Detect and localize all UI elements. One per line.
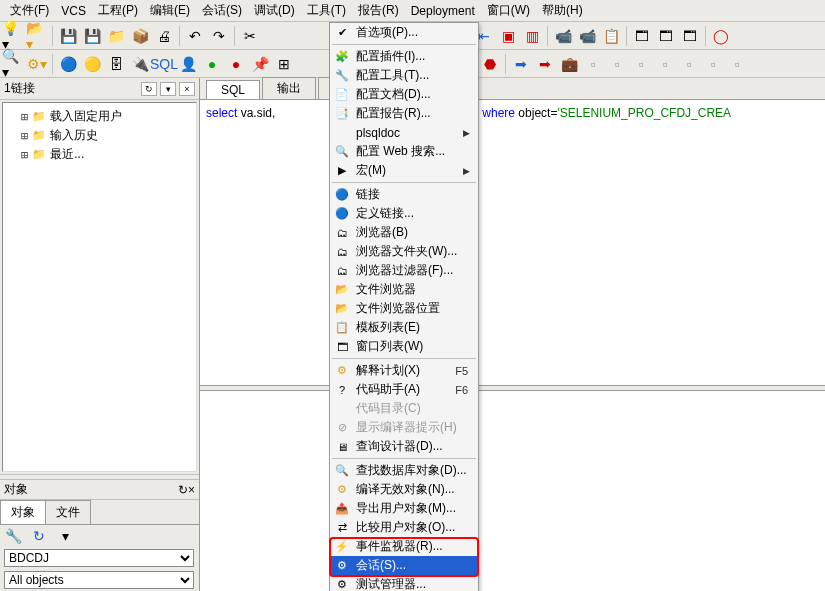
menu-macro[interactable]: ▶宏(M)▶ [330,161,478,180]
menu-plsqldoc[interactable]: plsqldoc▶ [330,123,478,142]
win1-icon[interactable]: 🗔 [631,25,653,47]
obj-close-icon[interactable]: × [188,483,195,497]
arr2-icon[interactable]: ➡ [534,53,556,75]
oracle-icon[interactable]: ◯ [710,25,732,47]
dropdown-icon[interactable]: ▾ [160,82,176,96]
close-icon[interactable]: × [179,82,195,96]
menu-querydesigner[interactable]: 🖥查询设计器(D)... [330,437,478,456]
menu-tools-cfg[interactable]: 🔧配置工具(T)... [330,66,478,85]
win2-icon[interactable]: 🗔 [655,25,677,47]
menu-vcs[interactable]: VCS [55,2,92,20]
menu-reports[interactable]: 报告(R) [352,0,405,21]
stop-icon[interactable]: ⬣ [479,53,501,75]
menu-reports-cfg[interactable]: 📑配置报告(R)... [330,104,478,123]
menu-file[interactable]: 文件(F) [4,0,55,21]
grid-icon[interactable]: ⊞ [273,53,295,75]
d3-icon[interactable]: ▫ [630,53,652,75]
connection-tree[interactable]: ⊞📁载入固定用户 ⊞📁输入历史 ⊞📁最近... [2,102,197,472]
tree-item[interactable]: ⊞📁最近... [7,145,192,164]
menu-project[interactable]: 工程(P) [92,0,144,21]
menu-windows[interactable]: 🗔窗口列表(W) [330,337,478,356]
run1-icon[interactable]: 🔵 [57,53,79,75]
brief-icon[interactable]: 💼 [558,53,580,75]
print-icon[interactable]: 🖨 [153,25,175,47]
open-icon[interactable]: 📂▾ [26,25,48,47]
run2-icon[interactable]: 🟡 [81,53,103,75]
d2-icon[interactable]: ▫ [606,53,628,75]
disc2-icon[interactable]: ● [225,53,247,75]
menu-websearch[interactable]: 🔍配置 Web 搜索... [330,142,478,161]
filter-select[interactable]: All objects [4,571,194,589]
d5-icon[interactable]: ▫ [678,53,700,75]
menu-help[interactable]: 帮助(H) [536,0,589,21]
menu-deployment[interactable]: Deployment [405,2,481,20]
menu-codehelper[interactable]: ?代码助手(A)F6 [330,380,478,399]
tab-sql[interactable]: SQL [206,80,260,99]
disc1-icon[interactable]: ● [201,53,223,75]
menu-sessions[interactable]: ⚙会话(S)... [330,556,478,575]
schema-select[interactable]: BDCDJ [4,549,194,567]
menu-explain[interactable]: ⚙解释计划(X)F5 [330,361,478,380]
search-icon[interactable]: 🔍▾ [2,53,24,75]
menu-browserdir[interactable]: 🗂浏览器文件夹(W)... [330,242,478,261]
menu-window[interactable]: 窗口(W) [481,0,536,21]
menubar: 文件(F) VCS 工程(P) 编辑(E) 会话(S) 调试(D) 工具(T) … [0,0,825,22]
cut-icon[interactable]: ✂ [239,25,261,47]
lightbulb-icon[interactable]: 💡▾ [2,25,24,47]
user-icon[interactable]: 👤 [177,53,199,75]
menu-compileinvalid[interactable]: ⚙编译无效对象(N)... [330,480,478,499]
obj-refresh-icon[interactable]: ↻ [178,483,188,497]
tree-item[interactable]: ⊞📁载入固定用户 [7,107,192,126]
saveall-icon[interactable]: 💾 [81,25,103,47]
menu-testman[interactable]: ⚙测试管理器... [330,575,478,591]
d4-icon[interactable]: ▫ [654,53,676,75]
d7-icon[interactable]: ▫ [726,53,748,75]
tree-icon[interactable]: ▾ [54,525,76,547]
menu-link[interactable]: 🔵链接 [330,185,478,204]
menu-filebrowserloc[interactable]: 📂文件浏览器位置 [330,299,478,318]
copy-icon[interactable]: 📋 [600,25,622,47]
menu-eventmon[interactable]: ⚡事件监视器(R)... [330,537,478,556]
folder-icon[interactable]: 📁 [105,25,127,47]
menu-plugins[interactable]: 🧩配置插件(I)... [330,47,478,66]
text-icon[interactable]: ▣ [497,25,519,47]
sql-editor[interactable]: select va.sid, ss va where object='SELEN… [200,100,825,385]
plug-icon[interactable]: 🔌 [129,53,151,75]
align-icon[interactable]: ▥ [521,25,543,47]
menu-session[interactable]: 会话(S) [196,0,248,21]
tab-objects[interactable]: 对象 [0,500,46,524]
menu-debug[interactable]: 调试(D) [248,0,301,21]
camera2-icon[interactable]: 📹 [576,25,598,47]
menu-edit[interactable]: 编辑(E) [144,0,196,21]
tree-item[interactable]: ⊞📁输入历史 [7,126,192,145]
menu-deflink[interactable]: 🔵定义链接... [330,204,478,223]
menu-browser[interactable]: 🗂浏览器(B) [330,223,478,242]
arr1-icon[interactable]: ➡ [510,53,532,75]
sql-icon[interactable]: SQL [153,53,175,75]
refresh-icon[interactable]: ↻ [141,82,157,96]
db-icon[interactable]: 🗄 [105,53,127,75]
d6-icon[interactable]: ▫ [702,53,724,75]
menu-browserfilter[interactable]: 🗂浏览器过滤器(F)... [330,261,478,280]
undo-icon[interactable]: ↶ [184,25,206,47]
tab-output[interactable]: 输出 [262,77,316,99]
menu-preferences[interactable]: ✔首选项(P)... [330,23,478,42]
menu-exportuser[interactable]: 📤导出用户对象(M)... [330,499,478,518]
menu-compareuser[interactable]: ⇄比较用户对象(O)... [330,518,478,537]
filter-icon[interactable]: 🔧 [2,525,24,547]
tab-files[interactable]: 文件 [45,500,91,524]
menu-template[interactable]: 📋模板列表(E) [330,318,478,337]
win3-icon[interactable]: 🗔 [679,25,701,47]
menu-docs[interactable]: 📄配置文档(D)... [330,85,478,104]
camera1-icon[interactable]: 📹 [552,25,574,47]
gear-icon[interactable]: ⚙▾ [26,53,48,75]
save-icon[interactable]: 💾 [57,25,79,47]
d1-icon[interactable]: ▫ [582,53,604,75]
redo-icon[interactable]: ↷ [208,25,230,47]
menu-tools[interactable]: 工具(T) [301,0,352,21]
refresh2-icon[interactable]: ↻ [28,525,50,547]
pin-icon[interactable]: 📌 [249,53,271,75]
menu-findobj[interactable]: 🔍查找数据库对象(D)... [330,461,478,480]
box-icon[interactable]: 📦 [129,25,151,47]
menu-filebrowser[interactable]: 📂文件浏览器 [330,280,478,299]
